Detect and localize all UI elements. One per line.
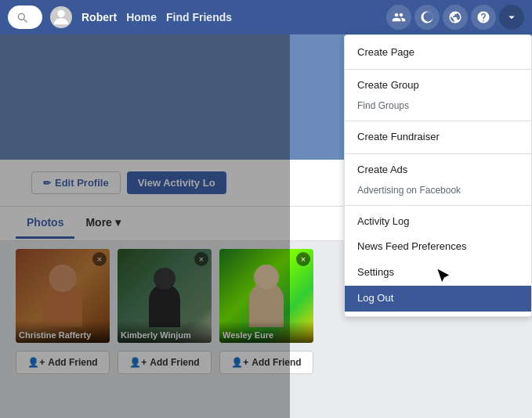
friends-icon-btn[interactable] (386, 5, 411, 30)
search-icon (16, 11, 28, 23)
globe-icon (448, 10, 462, 24)
help-icon (476, 10, 490, 24)
dropdown-settings[interactable]: Settings (345, 260, 531, 286)
navbar-right (386, 5, 524, 30)
navbar: Robert Home Find Friends (0, 0, 532, 34)
dropdown-activity-log[interactable]: Activity Log (345, 209, 531, 235)
dropdown-icon-btn[interactable] (499, 5, 524, 30)
dropdown-find-groups[interactable]: Find Groups (345, 99, 531, 117)
dark-overlay (0, 0, 290, 418)
globe-icon-btn[interactable] (443, 5, 468, 30)
user-name[interactable]: Robert (81, 11, 117, 23)
avatar[interactable] (50, 6, 72, 28)
dropdown-logout[interactable]: Log Out (345, 286, 531, 312)
messenger-icon-btn[interactable] (414, 5, 440, 30)
dropdown-create-group[interactable]: Create Group (345, 73, 531, 99)
divider-3 (345, 153, 531, 154)
nav-home[interactable]: Home (126, 11, 157, 23)
messenger-icon (420, 10, 434, 24)
nav-find-friends[interactable]: Find Friends (166, 11, 232, 23)
svg-point-0 (57, 10, 64, 17)
dropdown-create-page[interactable]: Create Page (345, 40, 531, 66)
chevron-down-icon (505, 10, 519, 24)
dropdown-create-ads[interactable]: Create Ads (345, 157, 531, 183)
dropdown-create-fundraiser[interactable]: Create Fundraiser (345, 124, 531, 150)
dropdown-advertising[interactable]: Advertising on Facebook (345, 183, 531, 202)
dropdown-menu: Create Page Create Group Find Groups Cre… (344, 34, 532, 317)
close-photo-3[interactable]: × (296, 252, 310, 266)
divider-1 (345, 69, 531, 70)
divider-4 (345, 205, 531, 206)
dropdown-news-feed[interactable]: News Feed Preferences (345, 234, 531, 260)
friends-icon (392, 10, 406, 24)
divider-2 (345, 121, 531, 121)
navbar-center: Robert Home Find Friends (50, 6, 232, 28)
help-icon-btn[interactable] (471, 5, 496, 30)
search-bar[interactable] (8, 5, 42, 29)
